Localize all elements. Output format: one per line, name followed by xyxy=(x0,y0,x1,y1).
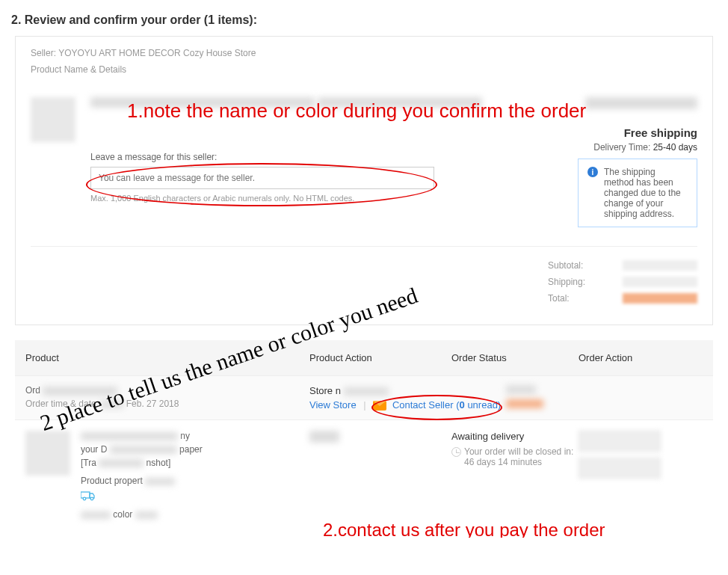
product-thumbnail-small[interactable] xyxy=(25,431,70,476)
shipping-label: Shipping: xyxy=(548,277,593,287)
seller-label: Seller: xyxy=(31,48,56,58)
product-line1b: your D paper xyxy=(81,444,203,455)
product-line2: [Tra nshot] xyxy=(81,458,203,468)
contact-seller-text: Contact Seller xyxy=(392,399,454,411)
product-properties: Product propert xyxy=(81,476,203,486)
order-list: Product Product Action Order Status Orde… xyxy=(15,340,713,538)
shipping-row: Shipping: xyxy=(31,277,697,287)
blurred-text xyxy=(81,432,178,440)
mail-icon xyxy=(373,401,386,411)
message-hint: Max. 1,000 English characters or Arabic … xyxy=(90,194,434,203)
color-label: color xyxy=(113,509,132,520)
order-item-row: ny your D paper [Tra nshot] Product prop… xyxy=(15,419,713,538)
product-name-header: Product Name & Details xyxy=(31,64,697,75)
blurred-text xyxy=(318,97,482,108)
shipping-value-blurred xyxy=(623,277,697,287)
store-actions: Store n View Store | Contact Seller (0 u… xyxy=(309,385,506,411)
message-label: Leave a message for this seller: xyxy=(90,152,434,162)
product-action-cell xyxy=(309,431,451,445)
header-order-action: Order Action xyxy=(579,352,703,363)
blurred-text xyxy=(135,511,158,519)
list-header: Product Product Action Order Status Orde… xyxy=(15,340,713,375)
product-details: ny your D paper [Tra nshot] Product prop… xyxy=(81,431,203,523)
blurred-text xyxy=(110,446,177,454)
action-button-blurred[interactable] xyxy=(579,458,661,479)
separator: | xyxy=(363,399,365,411)
total-label: Total: xyxy=(548,293,593,304)
product-thumbnail[interactable] xyxy=(31,97,75,142)
product-title-partial: ny xyxy=(81,431,203,441)
subtotal-label: Subtotal: xyxy=(548,260,593,271)
seller-line: Seller: YOYOYU ART HOME DECOR Cozy House… xyxy=(31,48,697,58)
subtotal-row: Subtotal: xyxy=(31,260,697,271)
blurred-text xyxy=(309,431,339,443)
svg-point-2 xyxy=(90,497,93,500)
total-value-blurred xyxy=(623,293,697,304)
totals-section: Subtotal: Shipping: Total: xyxy=(31,246,697,304)
shipping-info-text: The shipping method has been changed due… xyxy=(604,167,688,219)
order-action-cell xyxy=(579,431,703,485)
shipping-info-box: i The shipping method has been changed d… xyxy=(578,159,697,227)
page-title: 2. Review and confirm your order (1 item… xyxy=(0,0,728,36)
header-product-action: Product Action xyxy=(309,352,451,363)
delivery-prefix: Delivery Time: xyxy=(593,142,650,153)
truck-icon xyxy=(81,489,203,505)
blurred-text xyxy=(506,385,536,394)
blurred-text xyxy=(344,387,389,396)
clock-icon xyxy=(451,447,461,457)
store-prefix: Store n xyxy=(309,385,341,396)
awaiting-delivery: Awaiting delivery xyxy=(451,431,579,442)
delivery-value: 25-40 days xyxy=(653,142,697,153)
seller-name: YOYOYU ART HOME DECOR Cozy House Store xyxy=(58,48,256,58)
color-line: color xyxy=(81,509,203,520)
blurred-text xyxy=(81,511,111,519)
blurred-text xyxy=(90,97,315,108)
blurred-text xyxy=(585,97,697,109)
blurred-price xyxy=(506,399,543,408)
header-order-status: Order Status xyxy=(451,352,579,363)
view-store-link[interactable]: View Store xyxy=(309,399,357,411)
text-fragment: paper xyxy=(179,444,203,455)
text-fragment: [Tra xyxy=(81,458,96,468)
seller-message-input[interactable] xyxy=(90,167,434,189)
store-links: View Store | Contact Seller (0 unread) xyxy=(309,399,506,411)
product-row: Leave a message for this seller: Max. 1,… xyxy=(31,97,697,227)
subtotal-value-blurred xyxy=(623,260,697,271)
close-timer: Your order will be closed in: 46 days 14… xyxy=(451,446,579,467)
delivery-time: Delivery Time: 25-40 days xyxy=(555,142,697,153)
info-icon: i xyxy=(587,167,598,177)
unread-count: 0 xyxy=(460,399,465,411)
order-action-col xyxy=(506,385,703,411)
product-info: Leave a message for this seller: Max. 1,… xyxy=(90,97,540,203)
close-timer-text: Your order will be closed in: 46 days 14… xyxy=(464,446,579,467)
message-section: Leave a message for this seller: Max. 1,… xyxy=(90,152,434,203)
order-status-cell: Awaiting delivery Your order will be clo… xyxy=(451,431,579,467)
shipping-column: Free shipping Delivery Time: 25-40 days … xyxy=(555,97,697,227)
props-label: Product propert xyxy=(81,476,143,486)
product-cell: ny your D paper [Tra nshot] Product prop… xyxy=(25,431,309,523)
text-fragment: ny xyxy=(180,431,190,441)
blurred-text xyxy=(145,478,175,485)
svg-point-1 xyxy=(83,497,86,500)
store-line: Store n xyxy=(309,385,506,396)
blurred-text xyxy=(99,459,144,467)
action-button-blurred[interactable] xyxy=(579,431,661,452)
text-fragment: nshot] xyxy=(146,458,171,468)
ord-prefix: Ord xyxy=(25,385,40,396)
order-review-box: Seller: YOYOYU ART HOME DECOR Cozy House… xyxy=(15,36,713,325)
contact-seller-link[interactable]: Contact Seller (0 unread) xyxy=(392,399,501,411)
free-shipping-label: Free shipping xyxy=(555,126,697,139)
text-fragment: your D xyxy=(81,444,107,455)
unread-close: unread) xyxy=(465,399,501,411)
